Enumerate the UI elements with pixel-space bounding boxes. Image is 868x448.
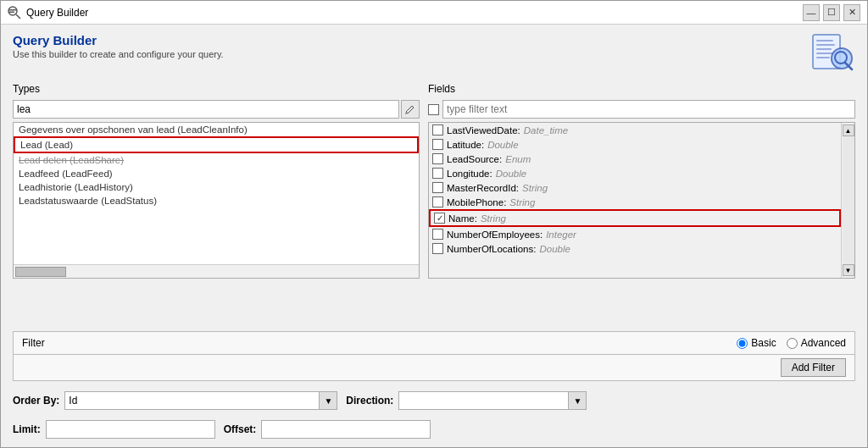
page-title: Query Builder	[13, 33, 224, 47]
field-type: String	[481, 213, 506, 224]
order-by-dropdown-arrow[interactable]: ▼	[319, 391, 337, 410]
direction-dropdown-arrow[interactable]: ▼	[568, 391, 587, 410]
field-name: MasterRecordId:	[447, 183, 519, 193]
field-item-leadsource[interactable]: LeadSource: Enum	[429, 152, 841, 166]
types-label: Types	[13, 83, 420, 95]
filter-area: Filter Basic Advanced Add Filter	[13, 328, 855, 381]
limit-field: Limit:	[13, 420, 215, 439]
fields-vertical-scrollbar[interactable]: ▲ ▼	[841, 123, 854, 278]
fields-list: LastViewedDate: Date_time Latitude: Doub…	[428, 122, 855, 279]
svg-line-1	[16, 14, 20, 19]
page-subtitle: Use this builder to create and configure…	[13, 49, 224, 59]
direction-field: Direction: ▼	[346, 391, 587, 410]
field-name: MobilePhone:	[447, 197, 506, 207]
list-item-selected[interactable]: Lead (Lead)	[14, 136, 419, 153]
order-by-field: Order By: ▼	[13, 391, 337, 410]
field-checkbox[interactable]	[432, 243, 443, 254]
close-button[interactable]: ✕	[843, 4, 860, 21]
main-panels: Types Gegevens over opschonen van lead (…	[13, 83, 855, 321]
title-bar-title: Query Builder	[26, 7, 88, 19]
limit-label: Limit:	[13, 423, 41, 435]
field-name: Name:	[448, 213, 477, 224]
svg-rect-7	[816, 48, 832, 50]
field-type: Enum	[505, 154, 531, 164]
filter-radio-group: Basic Advanced	[737, 337, 846, 349]
list-item-leadstatus[interactable]: Leadstatuswaarde (LeadStatus)	[14, 194, 419, 207]
window-icon	[8, 6, 21, 19]
svg-rect-5	[816, 40, 833, 41]
types-panel: Types Gegevens over opschonen van lead (…	[13, 83, 420, 321]
field-type: Date_time	[524, 125, 568, 136]
offset-label: Offset:	[224, 423, 257, 435]
add-filter-button[interactable]: Add Filter	[781, 358, 846, 377]
title-bar: Query Builder — ☐ ✕	[1, 1, 867, 25]
limit-row: Limit: Offset:	[13, 420, 855, 439]
radio-advanced-option[interactable]: Advanced	[787, 337, 846, 349]
field-checkbox[interactable]	[432, 153, 443, 164]
minimize-button[interactable]: —	[803, 4, 820, 21]
field-checkbox[interactable]	[432, 168, 443, 179]
field-item-mobilephone[interactable]: MobilePhone: String	[429, 195, 841, 209]
field-checkbox[interactable]	[432, 182, 443, 193]
field-item-name[interactable]: Name: String	[429, 209, 841, 227]
field-item-lastvieweddate[interactable]: LastViewedDate: Date_time	[429, 123, 841, 137]
field-name: NumberOfLocations:	[447, 244, 536, 254]
field-type: Integer	[546, 230, 576, 240]
types-horizontal-scrollbar[interactable]	[14, 264, 419, 278]
scroll-thumb[interactable]	[15, 267, 66, 277]
field-checkbox[interactable]	[432, 124, 443, 136]
field-name: NumberOfEmployees:	[447, 230, 542, 240]
field-type: Double	[496, 169, 526, 179]
field-checkbox[interactable]	[432, 139, 443, 150]
list-item[interactable]: Gegevens over opschonen van lead (LeadCl…	[14, 123, 419, 136]
field-type: Double	[487, 140, 518, 150]
field-checkbox[interactable]	[432, 196, 443, 207]
field-item-longitude[interactable]: Longitude: Double	[429, 166, 841, 180]
list-item-leadhistorie[interactable]: Leadhistorie (LeadHistory)	[14, 180, 419, 194]
svg-rect-9	[816, 57, 830, 58]
radio-basic-option[interactable]: Basic	[737, 337, 776, 349]
field-item-numberoflocations[interactable]: NumberOfLocations: Double	[429, 241, 841, 256]
offset-field: Offset:	[224, 420, 431, 439]
fields-filter-checkbox[interactable]	[428, 104, 439, 115]
field-checkbox-checked[interactable]	[434, 213, 445, 224]
types-search-input[interactable]	[13, 100, 399, 119]
field-checkbox[interactable]	[432, 229, 443, 240]
header-row: Query Builder Use this builder to create…	[13, 33, 855, 76]
order-by-label: Order By:	[13, 395, 59, 407]
types-edit-button[interactable]	[401, 100, 420, 119]
order-by-input[interactable]	[64, 391, 319, 410]
direction-input[interactable]	[398, 391, 568, 410]
types-list: Gegevens over opschonen van lead (LeadCl…	[13, 122, 420, 279]
field-item-latitude[interactable]: Latitude: Double	[429, 137, 841, 152]
list-item-leadfeed[interactable]: Leadfeed (LeadFeed)	[14, 167, 419, 180]
direction-label: Direction:	[346, 395, 393, 407]
list-item-leadshare[interactable]: Lead delen (LeadShare)	[14, 153, 419, 167]
svg-rect-6	[816, 44, 835, 46]
scroll-up-btn[interactable]: ▲	[843, 124, 854, 136]
types-search-row	[13, 100, 420, 119]
field-item-numberofemployees[interactable]: NumberOfEmployees: Integer	[429, 227, 841, 241]
fields-filter-row	[428, 100, 855, 119]
edit-icon	[405, 104, 415, 114]
offset-input[interactable]	[261, 420, 431, 439]
query-builder-window: Query Builder — ☐ ✕ Query Builder Use th…	[0, 0, 868, 448]
main-content: Query Builder Use this builder to create…	[1, 25, 867, 447]
svg-rect-2	[9, 9, 16, 11]
scroll-track[interactable]	[843, 136, 854, 264]
field-item-masterrecordid[interactable]: MasterRecordId: String	[429, 180, 841, 195]
bottom-row: Order By: ▼ Direction: ▼	[13, 391, 855, 410]
radio-basic[interactable]	[737, 338, 748, 349]
fields-filter-input[interactable]	[442, 100, 855, 119]
radio-advanced[interactable]	[787, 338, 798, 349]
field-name: Latitude:	[447, 140, 484, 150]
radio-advanced-label: Advanced	[801, 337, 846, 349]
scroll-down-btn[interactable]: ▼	[843, 264, 854, 276]
order-by-combo: ▼	[64, 391, 337, 410]
field-type: String	[522, 183, 548, 193]
fields-label: Fields	[428, 83, 855, 95]
radio-basic-label: Basic	[751, 337, 776, 349]
restore-button[interactable]: ☐	[823, 4, 840, 21]
limit-input[interactable]	[46, 420, 215, 439]
svg-rect-8	[816, 53, 833, 54]
